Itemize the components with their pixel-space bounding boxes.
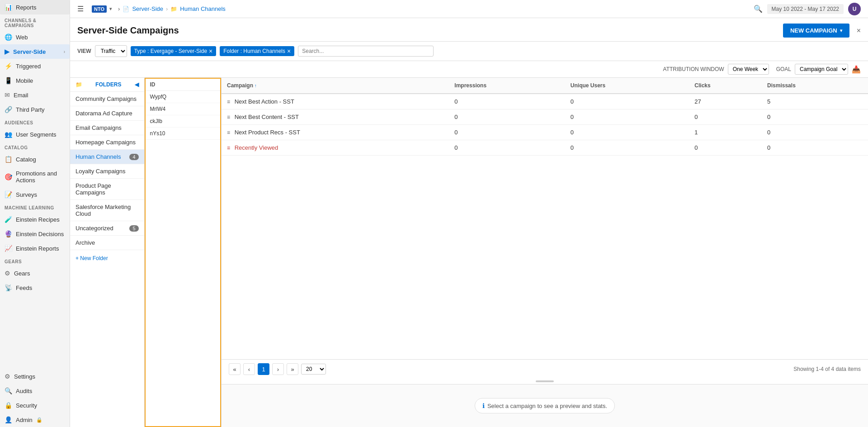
folder-item-product-page[interactable]: Product Page Campaigns bbox=[70, 179, 144, 200]
close-button[interactable]: × bbox=[857, 27, 861, 35]
id-item[interactable]: nYs10 bbox=[146, 128, 221, 140]
folders-header[interactable]: 📁 FOLDERS ◀ bbox=[70, 78, 144, 92]
sidebar: 📊 Reports CHANNELS & CAMPAIGNS 🌐 Web ▶ S… bbox=[0, 0, 70, 427]
folder-item[interactable]: Datorama Ad Capture bbox=[70, 106, 144, 121]
column-dismissals[interactable]: Dismissals bbox=[762, 78, 868, 94]
column-unique-users[interactable]: Unique Users bbox=[565, 78, 689, 94]
folder-item-sfmc[interactable]: Salesforce Marketing Cloud bbox=[70, 200, 144, 221]
sidebar-item-email[interactable]: ✉ Email bbox=[0, 88, 70, 102]
search-icon[interactable]: 🔍 bbox=[754, 5, 763, 13]
hamburger-menu-icon[interactable]: ☰ bbox=[77, 5, 84, 13]
breadcrumb-human-channels[interactable]: Human Channels bbox=[180, 5, 225, 12]
pagination-info: Showing 1-4 of 4 data items bbox=[793, 366, 861, 372]
channels-section-label: CHANNELS & CAMPAIGNS bbox=[0, 14, 70, 30]
gears-icon: ⚙ bbox=[5, 270, 10, 277]
sidebar-item-surveys[interactable]: 📝 Surveys bbox=[0, 187, 70, 202]
column-clicks[interactable]: Clicks bbox=[689, 78, 762, 94]
attribution-window-select[interactable]: One Week bbox=[728, 64, 769, 75]
table-row[interactable]: ≡ Next Best Action - SST 0 0 27 5 bbox=[222, 94, 868, 109]
date-range[interactable]: May 10 2022 - May 17 2022 bbox=[767, 4, 844, 14]
folder-list: 📁 FOLDERS ◀ Community Campaigns Datorama… bbox=[70, 78, 145, 427]
sidebar-item-mobile[interactable]: 📱 Mobile bbox=[0, 73, 70, 88]
dismissals-cell: 0 bbox=[762, 125, 868, 140]
folder-item[interactable]: Email Campaigns bbox=[70, 121, 144, 135]
current-page-button[interactable]: 1 bbox=[258, 363, 269, 375]
table-row[interactable]: ≡ Next Best Content - SST 0 0 0 0 bbox=[222, 109, 868, 125]
audits-icon: 🔍 bbox=[5, 387, 12, 394]
column-campaign[interactable]: Campaign bbox=[222, 78, 449, 94]
id-item[interactable]: MrlW4 bbox=[146, 103, 221, 115]
sidebar-item-label: Third Party bbox=[16, 106, 45, 113]
download-icon[interactable]: 📥 bbox=[852, 65, 861, 74]
search-input[interactable] bbox=[298, 46, 434, 57]
new-folder-button[interactable]: + New Folder bbox=[75, 255, 108, 261]
view-select[interactable]: Traffic bbox=[95, 45, 127, 57]
id-item[interactable]: ckJlb bbox=[146, 115, 221, 128]
sidebar-item-reports[interactable]: 📊 Reports bbox=[0, 0, 70, 14]
sidebar-item-security[interactable]: 🔒 Security bbox=[0, 398, 70, 413]
surveys-icon: 📝 bbox=[5, 191, 12, 198]
unique-users-cell: 0 bbox=[565, 125, 689, 140]
last-page-button[interactable]: » bbox=[287, 363, 298, 375]
folder-item[interactable]: Community Campaigns bbox=[70, 92, 144, 106]
sidebar-item-triggered[interactable]: ⚡ Triggered bbox=[0, 59, 70, 73]
breadcrumb-server-side[interactable]: Server-Side bbox=[132, 5, 163, 12]
table-row[interactable]: ≡ Next Product Recs - SST 0 0 1 0 bbox=[222, 125, 868, 140]
sidebar-item-label: Einstein Decisions bbox=[16, 231, 64, 237]
next-page-button[interactable]: › bbox=[272, 363, 284, 375]
column-impressions[interactable]: Impressions bbox=[449, 78, 565, 94]
avatar[interactable]: U bbox=[848, 3, 861, 15]
id-item[interactable]: WypfQ bbox=[146, 91, 221, 103]
sidebar-item-label: Audits bbox=[16, 388, 32, 394]
sidebar-item-catalog[interactable]: 📋 Catalog bbox=[0, 152, 70, 166]
folder-item-uncategorized[interactable]: Uncategorized 5 bbox=[70, 221, 144, 236]
sidebar-item-user-segments[interactable]: 👥 User Segments bbox=[0, 127, 70, 142]
clicks-cell: 0 bbox=[689, 109, 762, 125]
sidebar-item-einstein-decisions[interactable]: 🔮 Einstein Decisions bbox=[0, 227, 70, 241]
page-header: Server-Side Campaigns NEW CAMPAIGN ▾ × bbox=[70, 18, 868, 42]
folder-item[interactable]: Loyalty Campaigns bbox=[70, 164, 144, 179]
sidebar-item-gears[interactable]: ⚙ Gears bbox=[0, 266, 70, 280]
new-campaign-button[interactable]: NEW CAMPAIGN ▾ bbox=[783, 24, 849, 38]
dismissals-cell: 5 bbox=[762, 94, 868, 109]
sidebar-item-feeds[interactable]: 📡 Feeds bbox=[0, 280, 70, 295]
type-tag-remove-icon[interactable]: × bbox=[209, 47, 212, 55]
goal-label: GOAL bbox=[776, 66, 791, 72]
prev-page-button[interactable]: ‹ bbox=[243, 363, 255, 375]
sidebar-item-label: Settings bbox=[14, 373, 35, 380]
server-side-icon: ▶ bbox=[5, 48, 9, 55]
sidebar-item-label: Catalog bbox=[16, 156, 36, 163]
logo-text: NTO bbox=[92, 5, 107, 13]
sidebar-item-settings[interactable]: ⚙ Settings bbox=[0, 369, 70, 384]
sidebar-item-label: User Segments bbox=[16, 131, 57, 138]
admin-icon: 👤 bbox=[5, 416, 12, 423]
collapse-icon[interactable]: ◀ bbox=[135, 81, 139, 88]
folder-count-badge: 5 bbox=[129, 225, 138, 232]
logo[interactable]: NTO ▾ bbox=[92, 5, 112, 13]
sidebar-item-audits[interactable]: 🔍 Audits bbox=[0, 384, 70, 398]
sidebar-item-server-side[interactable]: ▶ Server-Side › bbox=[0, 44, 70, 59]
main-content: ☰ NTO ▾ › 📄 Server-Side › 📁 Human Channe… bbox=[70, 0, 868, 427]
folder-item-archive[interactable]: Archive bbox=[70, 236, 144, 250]
sidebar-item-label: Feeds bbox=[16, 285, 32, 291]
id-list-header: ID bbox=[146, 79, 221, 91]
topbar: ☰ NTO ▾ › 📄 Server-Side › 📁 Human Channe… bbox=[70, 0, 868, 18]
sidebar-item-label: Promotions and Actions bbox=[16, 170, 65, 184]
sidebar-item-third-party[interactable]: 🔗 Third Party bbox=[0, 102, 70, 117]
impressions-cell: 0 bbox=[449, 94, 565, 109]
folder-item-human-channels[interactable]: Human Channels 4 bbox=[70, 150, 144, 164]
page-size-select[interactable]: 20 50 100 bbox=[301, 364, 326, 375]
sidebar-item-promotions[interactable]: 🎯 Promotions and Actions bbox=[0, 166, 70, 187]
first-page-button[interactable]: « bbox=[229, 363, 241, 375]
sidebar-item-web[interactable]: 🌐 Web bbox=[0, 30, 70, 44]
folder-item[interactable]: Homepage Campaigns bbox=[70, 135, 144, 150]
sidebar-item-admin[interactable]: 👤 Admin 🔒 bbox=[0, 413, 70, 427]
sidebar-item-einstein-reports[interactable]: 📈 Einstein Reports bbox=[0, 241, 70, 256]
goal-select[interactable]: Campaign Goal bbox=[795, 64, 848, 75]
view-label: VIEW bbox=[77, 48, 91, 54]
folder-tag-remove-icon[interactable]: × bbox=[287, 47, 291, 55]
table-row[interactable]: ≡ Recently Viewed 0 0 0 0 bbox=[222, 140, 868, 156]
sidebar-item-einstein-recipes[interactable]: 🧪 Einstein Recipes bbox=[0, 212, 70, 227]
web-icon: 🌐 bbox=[5, 33, 12, 41]
impressions-cell: 0 bbox=[449, 140, 565, 156]
